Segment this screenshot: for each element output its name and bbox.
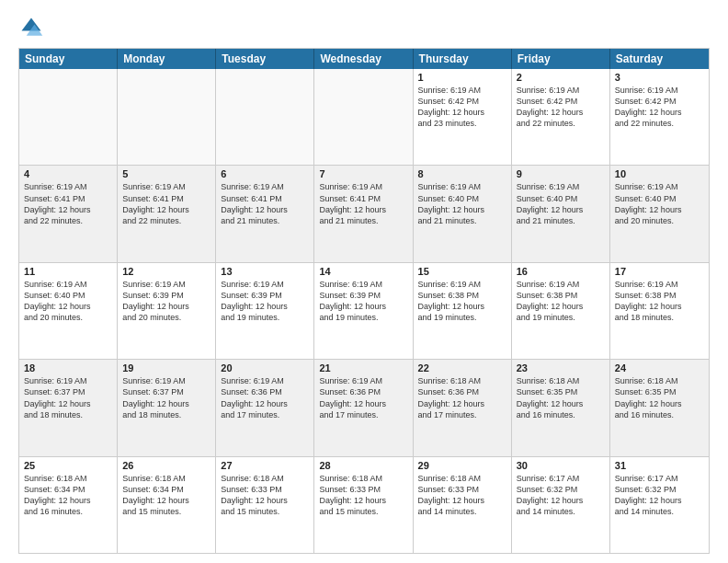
cal-cell-27: 27Sunrise: 6:18 AM Sunset: 6:33 PM Dayli…	[216, 457, 314, 553]
cal-cell-26: 26Sunrise: 6:18 AM Sunset: 6:34 PM Dayli…	[118, 457, 216, 553]
cal-header-cell-tuesday: Tuesday	[216, 49, 314, 69]
cell-info: Sunrise: 6:19 AM Sunset: 6:40 PM Dayligh…	[517, 181, 605, 226]
day-number: 30	[517, 460, 605, 471]
cell-info: Sunrise: 6:19 AM Sunset: 6:40 PM Dayligh…	[418, 181, 506, 226]
cal-header-cell-thursday: Thursday	[414, 49, 512, 69]
cell-info: Sunrise: 6:19 AM Sunset: 6:40 PM Dayligh…	[615, 181, 704, 226]
day-number: 17	[615, 266, 704, 277]
day-number: 26	[122, 460, 210, 471]
cal-cell-29: 29Sunrise: 6:18 AM Sunset: 6:33 PM Dayli…	[414, 457, 512, 553]
cal-week-0: 1Sunrise: 6:19 AM Sunset: 6:42 PM Daylig…	[19, 69, 709, 166]
cell-info: Sunrise: 6:18 AM Sunset: 6:33 PM Dayligh…	[418, 473, 506, 518]
day-number: 23	[517, 362, 605, 373]
cal-cell-22: 22Sunrise: 6:18 AM Sunset: 6:36 PM Dayli…	[414, 360, 512, 455]
cell-info: Sunrise: 6:19 AM Sunset: 6:41 PM Dayligh…	[24, 181, 112, 226]
cal-cell-2: 2Sunrise: 6:19 AM Sunset: 6:42 PM Daylig…	[512, 69, 610, 165]
cal-cell-6: 6Sunrise: 6:19 AM Sunset: 6:41 PM Daylig…	[216, 166, 314, 261]
cal-cell-31: 31Sunrise: 6:17 AM Sunset: 6:32 PM Dayli…	[610, 457, 709, 553]
day-number: 22	[418, 362, 506, 373]
day-number: 13	[221, 266, 309, 277]
cell-info: Sunrise: 6:19 AM Sunset: 6:39 PM Dayligh…	[122, 279, 210, 324]
day-number: 1	[418, 72, 506, 83]
cell-info: Sunrise: 6:19 AM Sunset: 6:38 PM Dayligh…	[418, 279, 506, 324]
cal-cell-15: 15Sunrise: 6:19 AM Sunset: 6:38 PM Dayli…	[414, 263, 512, 359]
day-number: 7	[319, 168, 407, 179]
header	[18, 15, 710, 40]
cal-cell-5: 5Sunrise: 6:19 AM Sunset: 6:41 PM Daylig…	[118, 166, 216, 261]
cell-info: Sunrise: 6:19 AM Sunset: 6:39 PM Dayligh…	[221, 279, 309, 324]
day-number: 19	[122, 362, 210, 373]
cal-cell-empty-0	[19, 69, 118, 165]
calendar-body: 1Sunrise: 6:19 AM Sunset: 6:42 PM Daylig…	[19, 69, 709, 553]
cell-info: Sunrise: 6:18 AM Sunset: 6:34 PM Dayligh…	[24, 473, 112, 518]
cal-cell-21: 21Sunrise: 6:19 AM Sunset: 6:36 PM Dayli…	[314, 360, 413, 455]
cell-info: Sunrise: 6:19 AM Sunset: 6:38 PM Dayligh…	[517, 279, 605, 324]
day-number: 28	[319, 460, 407, 471]
cal-cell-14: 14Sunrise: 6:19 AM Sunset: 6:39 PM Dayli…	[314, 263, 413, 359]
cal-week-3: 18Sunrise: 6:19 AM Sunset: 6:37 PM Dayli…	[19, 360, 709, 456]
day-number: 31	[615, 460, 704, 471]
day-number: 14	[319, 266, 407, 277]
cal-cell-empty-3	[314, 69, 413, 165]
day-number: 25	[24, 460, 112, 471]
cal-cell-23: 23Sunrise: 6:18 AM Sunset: 6:35 PM Dayli…	[512, 360, 610, 455]
cal-header-cell-sunday: Sunday	[19, 49, 118, 69]
cell-info: Sunrise: 6:19 AM Sunset: 6:36 PM Dayligh…	[319, 375, 407, 420]
cal-cell-empty-2	[216, 69, 314, 165]
cell-info: Sunrise: 6:19 AM Sunset: 6:39 PM Dayligh…	[319, 279, 407, 324]
logo	[18, 15, 48, 40]
day-number: 2	[517, 72, 605, 83]
cal-header-cell-friday: Friday	[512, 49, 610, 69]
cal-cell-17: 17Sunrise: 6:19 AM Sunset: 6:38 PM Dayli…	[610, 263, 709, 359]
cell-info: Sunrise: 6:18 AM Sunset: 6:33 PM Dayligh…	[221, 473, 309, 518]
cal-header-cell-monday: Monday	[118, 49, 216, 69]
cell-info: Sunrise: 6:19 AM Sunset: 6:38 PM Dayligh…	[615, 279, 704, 324]
cal-cell-13: 13Sunrise: 6:19 AM Sunset: 6:39 PM Dayli…	[216, 263, 314, 359]
day-number: 8	[418, 168, 506, 179]
cal-cell-3: 3Sunrise: 6:19 AM Sunset: 6:42 PM Daylig…	[610, 69, 709, 165]
cal-cell-20: 20Sunrise: 6:19 AM Sunset: 6:36 PM Dayli…	[216, 360, 314, 455]
cell-info: Sunrise: 6:18 AM Sunset: 6:35 PM Dayligh…	[517, 375, 605, 420]
day-number: 16	[517, 266, 605, 277]
cal-cell-19: 19Sunrise: 6:19 AM Sunset: 6:37 PM Dayli…	[118, 360, 216, 455]
cal-week-2: 11Sunrise: 6:19 AM Sunset: 6:40 PM Dayli…	[19, 263, 709, 360]
calendar: SundayMondayTuesdayWednesdayThursdayFrid…	[18, 48, 710, 554]
day-number: 20	[221, 362, 309, 373]
day-number: 18	[24, 362, 112, 373]
cell-info: Sunrise: 6:18 AM Sunset: 6:35 PM Dayligh…	[615, 375, 704, 420]
cal-week-4: 25Sunrise: 6:18 AM Sunset: 6:34 PM Dayli…	[19, 457, 709, 553]
cal-cell-10: 10Sunrise: 6:19 AM Sunset: 6:40 PM Dayli…	[610, 166, 709, 261]
cell-info: Sunrise: 6:19 AM Sunset: 6:41 PM Dayligh…	[221, 181, 309, 226]
day-number: 10	[615, 168, 704, 179]
day-number: 15	[418, 266, 506, 277]
cell-info: Sunrise: 6:19 AM Sunset: 6:37 PM Dayligh…	[122, 375, 210, 420]
cal-cell-7: 7Sunrise: 6:19 AM Sunset: 6:41 PM Daylig…	[314, 166, 413, 261]
cal-cell-4: 4Sunrise: 6:19 AM Sunset: 6:41 PM Daylig…	[19, 166, 118, 261]
cal-cell-24: 24Sunrise: 6:18 AM Sunset: 6:35 PM Dayli…	[610, 360, 709, 455]
cal-cell-18: 18Sunrise: 6:19 AM Sunset: 6:37 PM Dayli…	[19, 360, 118, 455]
day-number: 24	[615, 362, 704, 373]
cal-cell-28: 28Sunrise: 6:18 AM Sunset: 6:33 PM Dayli…	[314, 457, 413, 553]
day-number: 6	[221, 168, 309, 179]
cal-header-cell-saturday: Saturday	[610, 49, 709, 69]
calendar-header: SundayMondayTuesdayWednesdayThursdayFrid…	[19, 49, 709, 69]
cell-info: Sunrise: 6:17 AM Sunset: 6:32 PM Dayligh…	[615, 473, 704, 518]
cell-info: Sunrise: 6:19 AM Sunset: 6:36 PM Dayligh…	[221, 375, 309, 420]
day-number: 5	[122, 168, 210, 179]
logo-icon	[18, 15, 44, 40]
day-number: 27	[221, 460, 309, 471]
cal-cell-12: 12Sunrise: 6:19 AM Sunset: 6:39 PM Dayli…	[118, 263, 216, 359]
cell-info: Sunrise: 6:19 AM Sunset: 6:42 PM Dayligh…	[615, 85, 704, 130]
cal-cell-9: 9Sunrise: 6:19 AM Sunset: 6:40 PM Daylig…	[512, 166, 610, 261]
cell-info: Sunrise: 6:19 AM Sunset: 6:42 PM Dayligh…	[517, 85, 605, 130]
cal-cell-25: 25Sunrise: 6:18 AM Sunset: 6:34 PM Dayli…	[19, 457, 118, 553]
cell-info: Sunrise: 6:18 AM Sunset: 6:36 PM Dayligh…	[418, 375, 506, 420]
cal-cell-30: 30Sunrise: 6:17 AM Sunset: 6:32 PM Dayli…	[512, 457, 610, 553]
cal-cell-16: 16Sunrise: 6:19 AM Sunset: 6:38 PM Dayli…	[512, 263, 610, 359]
page: SundayMondayTuesdayWednesdayThursdayFrid…	[0, 0, 728, 563]
cell-info: Sunrise: 6:18 AM Sunset: 6:33 PM Dayligh…	[319, 473, 407, 518]
day-number: 11	[24, 266, 112, 277]
cell-info: Sunrise: 6:19 AM Sunset: 6:37 PM Dayligh…	[24, 375, 112, 420]
cell-info: Sunrise: 6:19 AM Sunset: 6:41 PM Dayligh…	[122, 181, 210, 226]
day-number: 21	[319, 362, 407, 373]
